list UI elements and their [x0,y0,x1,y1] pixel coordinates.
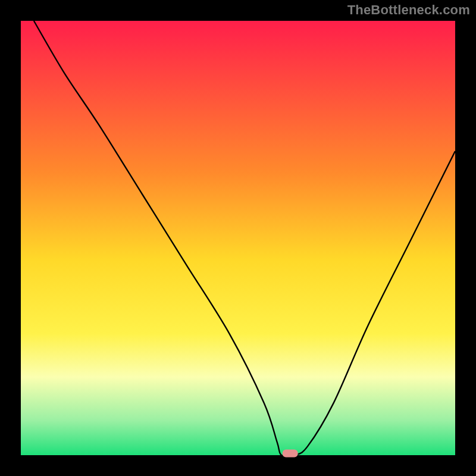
watermark-text: TheBottleneck.com [347,2,470,18]
chart-container: TheBottleneck.com [0,0,476,476]
plot-area [21,21,455,455]
bottleneck-chart [0,0,476,476]
optimal-marker [283,450,298,458]
